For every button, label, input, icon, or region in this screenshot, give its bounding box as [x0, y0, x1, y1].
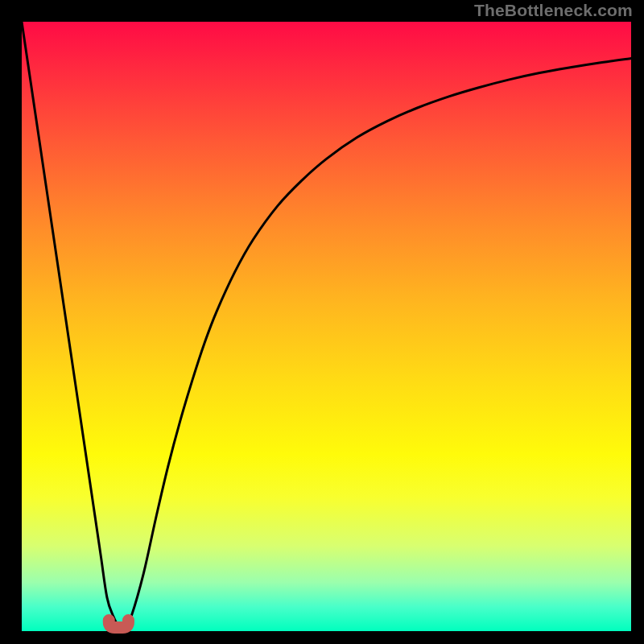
- watermark-text: TheBottleneck.com: [474, 1, 633, 20]
- chart-svg: [22, 22, 631, 631]
- bottleneck-curve: [22, 22, 631, 629]
- chart-frame: TheBottleneck.com: [0, 0, 644, 644]
- min-marker: [109, 620, 128, 627]
